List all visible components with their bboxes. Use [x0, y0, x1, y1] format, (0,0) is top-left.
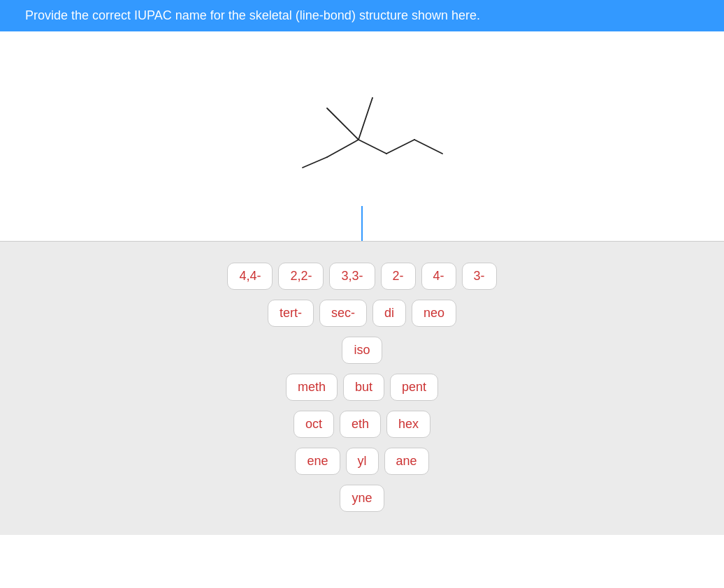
- svg-line-3: [359, 140, 386, 154]
- token-oct[interactable]: oct: [294, 411, 334, 438]
- token-pent[interactable]: pent: [390, 374, 438, 401]
- svg-line-6: [303, 157, 327, 168]
- token-row-5: oct eth hex: [294, 411, 430, 438]
- token-row-1: 4,4- 2,2- 3,3- 2- 4- 3-: [227, 263, 496, 290]
- svg-line-4: [386, 140, 414, 154]
- token-row-4: meth but pent: [286, 374, 438, 401]
- token-di[interactable]: di: [372, 300, 406, 327]
- token-eth[interactable]: eth: [340, 411, 381, 438]
- svg-line-0: [327, 108, 359, 140]
- token-yl[interactable]: yl: [346, 448, 379, 475]
- token-tert[interactable]: tert-: [268, 300, 314, 327]
- token-3[interactable]: 3-: [462, 263, 497, 290]
- molecule-area: [0, 31, 724, 241]
- token-4-4[interactable]: 4,4-: [227, 263, 273, 290]
- token-ane[interactable]: ane: [384, 448, 429, 475]
- svg-line-5: [414, 140, 442, 154]
- cursor-line: [361, 206, 363, 241]
- token-ene[interactable]: ene: [295, 448, 340, 475]
- token-4[interactable]: 4-: [421, 263, 456, 290]
- token-row-3: iso: [342, 337, 382, 364]
- token-neo[interactable]: neo: [412, 300, 456, 327]
- token-sec[interactable]: sec-: [319, 300, 367, 327]
- token-iso[interactable]: iso: [342, 337, 382, 364]
- token-but[interactable]: but: [343, 374, 384, 401]
- svg-line-2: [327, 140, 359, 157]
- token-row-2: tert- sec- di neo: [268, 300, 456, 327]
- token-2[interactable]: 2-: [381, 263, 416, 290]
- svg-line-1: [359, 98, 372, 140]
- token-hex[interactable]: hex: [386, 411, 430, 438]
- token-row-6: ene yl ane: [295, 448, 428, 475]
- token-yne[interactable]: yne: [340, 485, 384, 512]
- molecule-svg: [250, 59, 474, 199]
- question-text: Provide the correct IUPAC name for the s…: [25, 8, 480, 22]
- question-header: Provide the correct IUPAC name for the s…: [0, 0, 724, 31]
- token-row-7: yne: [340, 485, 384, 512]
- token-2-2[interactable]: 2,2-: [278, 263, 324, 290]
- token-meth[interactable]: meth: [286, 374, 338, 401]
- token-3-3[interactable]: 3,3-: [329, 263, 375, 290]
- answer-area: 4,4- 2,2- 3,3- 2- 4- 3- tert- sec- di ne…: [0, 242, 724, 535]
